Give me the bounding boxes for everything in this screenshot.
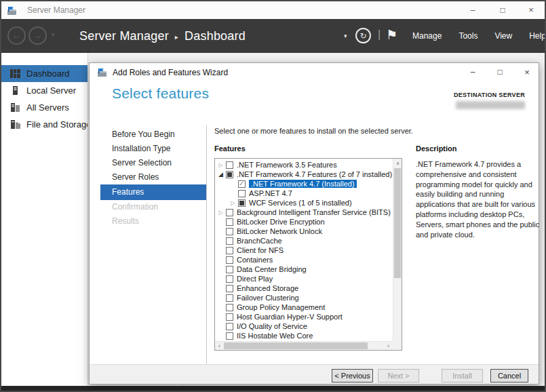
feature-row[interactable]: BitLocker Network Unlock: [215, 227, 393, 236]
minimize-icon[interactable]: –: [466, 4, 480, 16]
wizard-step-results: Results: [100, 214, 206, 229]
install-button[interactable]: Install: [442, 369, 483, 383]
checkbox[interactable]: [226, 228, 233, 235]
feature-row[interactable]: Data Center Bridging: [215, 264, 393, 274]
window-bottom-edge: [1, 386, 545, 391]
feature-row[interactable]: I/O Quality of Service: [215, 321, 393, 331]
checkbox[interactable]: [226, 161, 233, 169]
expander-icon[interactable]: ▷: [217, 162, 225, 168]
feature-row[interactable]: ▷.NET Framework 3.5 Features: [215, 160, 393, 170]
checkbox[interactable]: [226, 294, 233, 302]
file-storage-icon: [10, 120, 21, 129]
feature-row[interactable]: ASP.NET 4.7: [215, 189, 393, 198]
feature-label: BitLocker Drive Encryption: [237, 218, 325, 226]
feature-row[interactable]: Enhanced Storage: [215, 283, 393, 293]
scroll-up-icon[interactable]: ∧: [393, 159, 402, 168]
feature-row[interactable]: Client for NFS: [215, 246, 393, 255]
feature-row[interactable]: ▷WCF Services (1 of 5 installed): [215, 198, 393, 208]
feature-row[interactable]: Direct Play: [215, 274, 393, 283]
scrollbar-corner: [393, 341, 402, 350]
expander-icon[interactable]: ◢: [217, 171, 225, 178]
features-tree: ▷.NET Framework 3.5 Features◢.NET Framew…: [215, 159, 393, 341]
back-button[interactable]: ←: [7, 26, 26, 45]
menu-view[interactable]: View: [494, 31, 512, 41]
dashboard-icon: [10, 69, 21, 78]
instruction-text: Select one or more features to install o…: [214, 127, 413, 135]
sidebar-item-all-servers[interactable]: All Servers: [1, 99, 87, 116]
menu-help[interactable]: Help: [529, 31, 546, 41]
dialog-minimize-icon[interactable]: –: [467, 66, 479, 78]
sidebar-item-label: All Servers: [26, 102, 69, 113]
feature-row[interactable]: ▷Background Intelligent Transfer Service…: [215, 208, 393, 217]
feature-label: I/O Quality of Service: [237, 322, 307, 330]
feature-row[interactable]: Host Guardian Hyper-V Support: [215, 312, 393, 321]
feature-label: ASP.NET 4.7: [249, 189, 292, 197]
window-title: Server Manager: [27, 5, 85, 15]
scroll-right-icon[interactable]: ›: [384, 342, 393, 351]
sidebar-item-file-and-storage-services[interactable]: File and Storage Services: [1, 116, 87, 133]
wizard-step-before-you-begin[interactable]: Before You Begin: [100, 128, 206, 142]
server-manager-icon: [7, 6, 17, 15]
wizard-step-server-selection[interactable]: Server Selection: [100, 156, 206, 170]
expander-icon[interactable]: ▷: [217, 210, 225, 216]
checkbox[interactable]: [226, 209, 233, 216]
feature-row[interactable]: .NET Framework 4.7 (Installed): [215, 179, 393, 189]
horizontal-scrollbar[interactable]: ‹ ›: [215, 341, 393, 350]
checkbox[interactable]: [226, 313, 233, 321]
sidebar-item-local-server[interactable]: Local Server: [1, 82, 87, 99]
dialog-close-icon[interactable]: ×: [521, 66, 533, 78]
checkbox[interactable]: [226, 285, 233, 292]
feature-row[interactable]: IIS Hostable Web Core: [215, 331, 393, 340]
checkbox[interactable]: [226, 266, 233, 273]
close-icon[interactable]: ×: [524, 4, 538, 16]
feature-row[interactable]: BranchCache: [215, 236, 393, 246]
wizard-dialog: Add Roles and Features Wizard – □ × Sele…: [89, 62, 539, 385]
vertical-scrollbar-thumb[interactable]: [394, 168, 401, 278]
checkbox[interactable]: [238, 199, 246, 207]
checkbox[interactable]: [226, 237, 233, 245]
feature-row[interactable]: Containers: [215, 255, 393, 264]
breadcrumb-root[interactable]: Server Manager: [79, 29, 169, 43]
checkbox[interactable]: [226, 275, 233, 283]
checkbox[interactable]: [226, 171, 233, 178]
feature-row[interactable]: Group Policy Management: [215, 302, 393, 312]
menu-tools[interactable]: Tools: [459, 31, 477, 41]
refresh-icon[interactable]: ↻: [355, 28, 371, 43]
checkbox[interactable]: [238, 190, 246, 197]
maximize-icon[interactable]: □: [496, 4, 509, 16]
checkbox[interactable]: [238, 180, 246, 188]
wizard-step-features[interactable]: Features: [100, 184, 206, 200]
checkbox[interactable]: [226, 332, 233, 340]
notifications-flag-icon[interactable]: ⚑: [386, 27, 397, 43]
scroll-left-icon[interactable]: ‹: [215, 342, 224, 351]
horizontal-scrollbar-thumb[interactable]: [224, 342, 368, 349]
feature-row[interactable]: BitLocker Drive Encryption: [215, 217, 393, 227]
vertical-scrollbar[interactable]: ∧ ∨: [393, 159, 402, 350]
expander-icon[interactable]: ▷: [229, 200, 237, 206]
menu-manage[interactable]: Manage: [412, 31, 442, 41]
sidebar-item-dashboard[interactable]: Dashboard: [1, 65, 87, 82]
wizard-step-installation-type[interactable]: Installation Type: [100, 142, 206, 156]
next-button[interactable]: Next >: [378, 369, 419, 383]
checkbox[interactable]: [226, 218, 233, 226]
feature-label: Direct Play: [237, 275, 273, 283]
checkbox[interactable]: [226, 256, 233, 264]
cancel-button[interactable]: Cancel: [490, 369, 528, 383]
checkbox[interactable]: [226, 323, 233, 330]
feature-row[interactable]: ◢.NET Framework 4.7 Features (2 of 7 ins…: [215, 170, 393, 179]
checkbox[interactable]: [226, 247, 233, 254]
wizard-step-server-roles[interactable]: Server Roles: [100, 170, 206, 184]
feature-row[interactable]: Failover Clustering: [215, 293, 393, 302]
features-listbox: ▷.NET Framework 3.5 Features◢.NET Framew…: [214, 158, 402, 351]
breadcrumb-current[interactable]: Dashboard: [184, 29, 246, 43]
feature-label: IIS Hostable Web Core: [237, 332, 313, 340]
forward-button[interactable]: →: [28, 26, 47, 45]
feature-label: Enhanced Storage: [237, 284, 298, 292]
nav-dropdown-icon[interactable]: ▾: [52, 31, 55, 38]
previous-button[interactable]: < Previous: [332, 369, 373, 383]
breadcrumb-dropdown-icon[interactable]: ▾: [344, 33, 347, 39]
dialog-maximize-icon[interactable]: □: [494, 66, 506, 78]
checkbox[interactable]: [226, 304, 233, 311]
toolbar: ← → ▾ Server Manager ▸ Dashboard ▾ ↻ | ⚑…: [1, 19, 545, 53]
dialog-title: Add Roles and Features Wizard: [113, 68, 228, 77]
